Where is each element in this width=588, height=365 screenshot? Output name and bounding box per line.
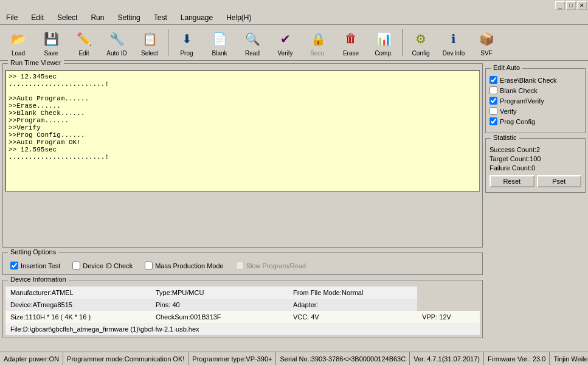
insertion-test-label[interactable]: Insertion Test [10, 262, 60, 269]
close-button[interactable]: ✕ [577, 1, 587, 10]
verify-button[interactable]: ✔ Verify [269, 27, 301, 58]
edit-label: Edit [78, 50, 89, 57]
prog-label: Prog [180, 50, 193, 57]
edit-button[interactable]: ✏️ Edit [68, 27, 100, 58]
config-button[interactable]: ⚙ Config [405, 27, 437, 58]
verify-only-checkbox[interactable] [489, 107, 497, 115]
slow-program-label: Slow Program/Read [236, 262, 306, 269]
status-firmware: Firmware Ver.: 23.0 [484, 352, 550, 365]
erase-blank-label: Erase\Blank Check [500, 77, 557, 84]
read-label: Read [245, 50, 260, 57]
erase-icon: 🗑 [341, 29, 361, 49]
minimize-button[interactable]: _ [555, 1, 565, 10]
program-verify-checkbox[interactable] [489, 97, 497, 105]
menu-bar: File Edit Select Run Setting Test Langua… [0, 11, 588, 25]
erase-button[interactable]: 🗑 Erase [335, 27, 367, 58]
devinfo-label: Dev.Info [443, 50, 465, 57]
svf-button[interactable]: 📦 SVF [471, 27, 502, 58]
save-icon: 💾 [41, 29, 61, 49]
prog-button[interactable]: ⬇ Prog [171, 27, 202, 58]
menu-test[interactable]: Test [150, 12, 171, 23]
secu-button[interactable]: 🔒 Secu. [302, 27, 334, 58]
device-information: Device Information Manufacturer:ATMEL Ty… [2, 280, 483, 338]
failure-count: Failure Count:0 [489, 164, 581, 172]
devinfo-button[interactable]: ℹ Dev.Info [438, 27, 469, 58]
save-button[interactable]: 💾 Save [35, 27, 67, 58]
load-label: Load [12, 50, 25, 57]
blank-check-label: Blank Check [500, 87, 538, 94]
mass-production-label[interactable]: Mass Production Mode [145, 262, 224, 269]
verify-only-label: Verify [500, 108, 517, 115]
setting-options-title: Setting Options [8, 248, 58, 255]
devinfo-icon: ℹ [444, 29, 463, 49]
title-bar: _ □ ✕ [0, 0, 588, 11]
edit-auto-title: Edit Auto [491, 64, 522, 71]
menu-setting[interactable]: Setting [114, 12, 144, 23]
load-icon: 📂 [9, 29, 28, 49]
run-time-viewer: Run Time Viewer [2, 63, 483, 248]
menu-edit[interactable]: Edit [27, 12, 47, 23]
verify-icon: ✔ [275, 29, 295, 49]
status-adapter: Adapter power:ON [0, 352, 63, 365]
checksum: CheckSum:001B313F [151, 311, 288, 323]
blank-check-checkbox[interactable] [489, 86, 497, 94]
autoid-label: Auto ID [106, 50, 126, 57]
edit-icon: ✏️ [74, 29, 94, 49]
setting-options: Setting Options Insertion Test Device ID… [2, 252, 483, 275]
read-icon: 🔍 [243, 29, 262, 49]
target-count: Target Count:100 [489, 155, 581, 162]
pins: Pins: 40 [151, 299, 288, 311]
menu-run[interactable]: Run [87, 12, 108, 23]
menu-language[interactable]: Language [177, 12, 216, 23]
adapter: Adapter: [288, 299, 417, 311]
comp-button[interactable]: 📊 Comp. [368, 27, 399, 58]
prog-icon: ⬇ [177, 29, 196, 49]
menu-help[interactable]: Help(H) [223, 12, 255, 23]
toolbar: 📂 Load 💾 Save ✏️ Edit 🔧 Auto ID 📋 Select… [0, 25, 588, 61]
vcc: VCC: 4V [288, 311, 417, 323]
statistic-box: Statistic Success Count:2 Target Count:1… [485, 138, 586, 193]
autoid-icon: 🔧 [107, 29, 126, 49]
menu-file[interactable]: File [2, 12, 21, 23]
reset-button[interactable]: Reset [489, 175, 534, 187]
pset-button[interactable]: Pset [537, 175, 582, 187]
svf-label: SVF [480, 50, 492, 57]
autoid-button[interactable]: 🔧 Auto ID [101, 27, 133, 58]
file-path: File:D:\gbcart\gbcflsh_atmega_firmware (… [5, 323, 480, 335]
device-id-check-checkbox[interactable] [72, 262, 80, 269]
manufacturer: Manufacturer:ATMEL [5, 287, 151, 299]
load-button[interactable]: 📂 Load [2, 27, 34, 58]
file-mode: From File Mode:Normal [288, 287, 417, 299]
mass-production-checkbox[interactable] [145, 262, 153, 269]
blank-button[interactable]: 📄 Blank [204, 27, 235, 58]
comp-icon: 📊 [374, 29, 393, 49]
maximize-button[interactable]: □ [566, 1, 576, 10]
edit-auto: Edit Auto Erase\Blank Check Blank Check … [485, 68, 586, 133]
success-count: Success Count:2 [489, 146, 581, 153]
rtv-textarea[interactable] [5, 70, 480, 192]
read-button[interactable]: 🔍 Read [237, 27, 268, 58]
comp-label: Comp. [375, 50, 392, 57]
statistic-title: Statistic [491, 134, 519, 141]
status-serial: Serial No.:3903-3786<>3B00000124B63C [276, 352, 410, 365]
prog-config-label: Prog Config [500, 118, 535, 125]
status-company: Tinjin Weilei Techno... [550, 352, 588, 365]
vpp: VPP: 12V [417, 311, 480, 323]
select-button[interactable]: 📋 Select [134, 27, 165, 58]
rtv-title: Run Time Viewer [8, 59, 64, 66]
size: Size:1110H * 16 ( 4K * 16 ) [5, 311, 151, 323]
blank-icon: 📄 [210, 29, 229, 49]
erase-blank-checkbox[interactable] [489, 76, 497, 84]
device-info-title: Device Information [8, 276, 69, 283]
status-bar: Adapter power:ON Programmer mode:Communi… [0, 352, 588, 365]
insertion-test-checkbox[interactable] [10, 262, 18, 269]
prog-config-checkbox[interactable] [489, 117, 497, 125]
menu-select[interactable]: Select [54, 12, 81, 23]
svf-icon: 📦 [477, 29, 496, 49]
device-id-check-label[interactable]: Device ID Check [72, 262, 133, 269]
secu-label: Secu. [310, 50, 326, 57]
slow-program-checkbox [236, 262, 244, 269]
select-icon: 📋 [140, 29, 159, 49]
verify-label: Verify [277, 50, 292, 57]
type: Type:MPU/MCU [151, 287, 288, 299]
